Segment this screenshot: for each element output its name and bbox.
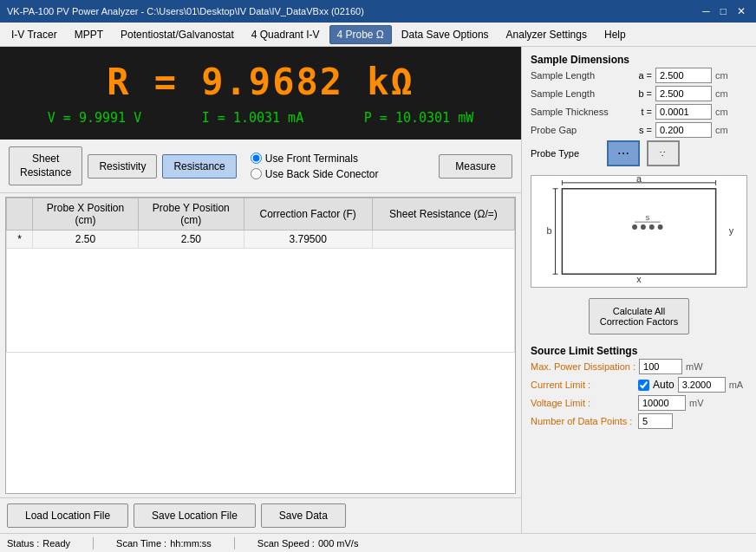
max-power-unit: mW (686, 361, 703, 372)
svg-rect-0 (562, 189, 715, 274)
menu-potentiostat[interactable]: Potentiostat/Galvanostat (113, 25, 242, 44)
data-points-label: Number of Data Points : (531, 416, 635, 426)
maximize-button[interactable]: □ (717, 5, 730, 17)
window-controls: ─ □ ✕ (699, 5, 749, 17)
table-row: * 2.50 2.50 3.79500 (7, 231, 515, 249)
row-marker: * (7, 231, 33, 249)
status-value: Ready (42, 538, 70, 549)
menu-iv-tracer[interactable]: I-V Tracer (3, 25, 65, 44)
svg-point-11 (649, 224, 655, 230)
sample-length-a-unit: cm (715, 70, 728, 81)
minimize-button[interactable]: ─ (699, 5, 714, 17)
max-power-label: Max. Power Dissipation : (531, 361, 635, 372)
probe-type-label: Probe Type (531, 148, 600, 159)
window-title: VK-PA-100 PV Power Analyzer - C:\Users\0… (7, 6, 364, 16)
probe-diagram: a b s x y (531, 175, 747, 288)
auto-label: Auto (653, 379, 675, 391)
probe-gap-unit: cm (715, 125, 728, 135)
scan-time-section: Scan Time : hh:mm:ss (116, 538, 212, 549)
svg-point-12 (658, 224, 663, 230)
resistance-button[interactable]: Resistance (162, 154, 236, 179)
sheet-resistance-button[interactable]: SheetResistance (9, 146, 82, 185)
svg-text:b: b (547, 225, 552, 236)
menu-help[interactable]: Help (596, 25, 634, 44)
current-limit-input[interactable] (678, 377, 726, 393)
measurements-row: V = 9.9991 V I = 1.0031 mA P = 10.0301 m… (17, 110, 504, 126)
svg-text:a: a (636, 176, 642, 184)
sample-length-a-eq: a = (638, 70, 652, 81)
resistance-display: R = 9.9682 kΩ (17, 61, 504, 103)
menu-data-save[interactable]: Data Save Options (394, 25, 497, 44)
menu-4probe[interactable]: 4 Probe Ω (329, 25, 392, 44)
current-limit-unit: mA (729, 380, 744, 390)
row-probe-x: 2.50 (33, 231, 139, 249)
svg-text:x: x (636, 274, 642, 284)
calc-all-button[interactable]: Calculate All Correction Factors (589, 298, 689, 334)
data-table-container: Probe X Position(cm) Probe Y Position(cm… (5, 197, 516, 494)
scan-time-label: Scan Time : (116, 538, 166, 549)
source-limit-title: Source Limit Settings (531, 345, 747, 357)
probe-square-button[interactable]: ∵ (647, 140, 680, 166)
sample-length-a-row: Sample Length a = cm (531, 68, 747, 83)
sample-length-b-unit: cm (715, 88, 728, 99)
front-terminal-radio[interactable]: Use Front Terminals (251, 153, 379, 165)
auto-checkbox-row: Auto (638, 379, 675, 391)
voltage-limit-label: Voltage Limit : (531, 398, 635, 408)
status-bar: Status : Ready Scan Time : hh:mm:ss Scan… (0, 533, 756, 552)
sample-length-b-eq: b = (638, 88, 652, 99)
col-header-marker (7, 198, 33, 231)
menu-mppt[interactable]: MPPT (67, 25, 111, 44)
status-divider-1 (93, 537, 94, 549)
sample-thickness-label: Sample Thickness (531, 107, 635, 117)
current-display: I = 1.0031 mA (202, 110, 303, 126)
sample-length-b-input[interactable] (655, 86, 712, 101)
sample-length-b-row: Sample Length b = cm (531, 86, 747, 101)
max-power-input[interactable] (639, 359, 682, 374)
voltage-limit-input[interactable] (638, 395, 686, 411)
probe-gap-input[interactable] (655, 122, 712, 138)
svg-point-9 (632, 224, 637, 230)
row-sheet-res (372, 231, 514, 249)
bottom-buttons: Load Location File Save Location File Sa… (0, 497, 521, 533)
display-area: R = 9.9682 kΩ V = 9.9991 V I = 1.0031 mA… (0, 47, 521, 140)
menu-4quadrant[interactable]: 4 Quadrant I-V (244, 25, 328, 44)
sample-length-a-label: Sample Length (531, 70, 635, 81)
close-button[interactable]: ✕ (733, 5, 749, 17)
max-power-row: Max. Power Dissipation : mW (531, 359, 747, 374)
measure-button[interactable]: Measure (439, 154, 512, 179)
col-header-probe-y: Probe Y Position(cm) (139, 198, 244, 231)
menu-analyzer[interactable]: Analyzer Settings (499, 25, 595, 44)
main-content: R = 9.9682 kΩ V = 9.9991 V I = 1.0031 mA… (0, 47, 756, 533)
row-corr-factor: 3.79500 (244, 231, 372, 249)
voltage-display: V = 9.9991 V (48, 110, 141, 126)
svg-point-10 (641, 224, 646, 230)
voltage-limit-unit: mV (689, 398, 704, 408)
right-panel: Sample Dimensions Sample Length a = cm S… (522, 47, 756, 533)
resistivity-button[interactable]: Resistivity (88, 154, 157, 179)
menu-bar: I-V Tracer MPPT Potentiostat/Galvanostat… (0, 23, 756, 47)
power-display: P = 10.0301 mW (364, 110, 473, 126)
status-section: Status : Ready (7, 538, 70, 549)
sample-length-b-label: Sample Length (531, 88, 635, 99)
probe-inline-button[interactable]: ⋯ (607, 140, 640, 166)
load-location-button[interactable]: Load Location File (7, 503, 128, 528)
probe-inline-icon: ⋯ (617, 146, 629, 160)
data-points-row: Number of Data Points : (531, 413, 747, 429)
probe-type-row: Probe Type ⋯ ∵ (531, 140, 747, 166)
save-location-button[interactable]: Save Location File (134, 503, 256, 528)
auto-checkbox[interactable] (638, 380, 649, 391)
probe-diagram-svg: a b s x y (531, 176, 746, 287)
data-points-input[interactable] (638, 413, 673, 429)
scan-time-value: hh:mm:ss (170, 538, 212, 549)
title-bar: VK-PA-100 PV Power Analyzer - C:\Users\0… (0, 0, 756, 23)
save-data-button[interactable]: Save Data (261, 503, 346, 528)
controls-row: SheetResistance Resistivity Resistance U… (0, 140, 521, 193)
sample-thickness-row: Sample Thickness t = cm (531, 104, 747, 120)
voltage-limit-row: Voltage Limit : mV (531, 395, 747, 411)
scan-speed-section: Scan Speed : 000 mV/s (257, 538, 359, 549)
sample-thickness-input[interactable] (655, 104, 712, 120)
sample-length-a-input[interactable] (655, 68, 712, 83)
svg-text:y: y (729, 225, 734, 236)
back-terminal-radio[interactable]: Use Back Side Conector (251, 168, 379, 180)
probe-gap-eq: s = (638, 125, 652, 135)
